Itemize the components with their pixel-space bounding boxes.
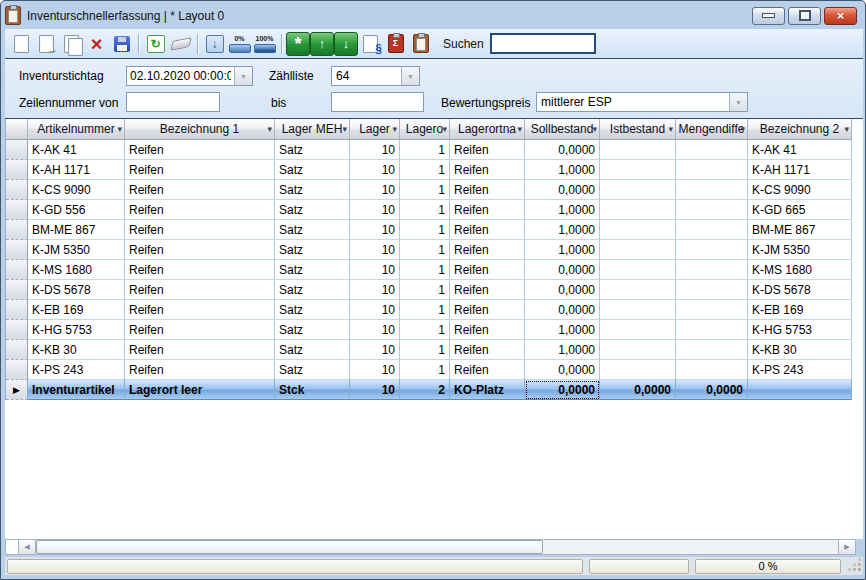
grid-cell[interactable] bbox=[600, 140, 676, 160]
column-header-bezeichnung-2[interactable]: Bezeichnung 2▾ bbox=[748, 119, 852, 140]
filter-arrow-icon[interactable]: ▾ bbox=[668, 124, 673, 134]
grid-cell[interactable] bbox=[676, 180, 748, 200]
row-gutter[interactable] bbox=[6, 260, 28, 280]
zeilennummer-bis-input[interactable] bbox=[332, 93, 423, 111]
grid-cell[interactable] bbox=[676, 280, 748, 300]
grid-cell[interactable]: 1,0000 bbox=[525, 200, 600, 220]
grid-cell[interactable]: Reifen bbox=[450, 360, 525, 380]
grid-cell[interactable]: Reifen bbox=[450, 320, 525, 340]
grid-cell[interactable]: Reifen bbox=[125, 300, 275, 320]
grid-cell[interactable]: Reifen bbox=[125, 280, 275, 300]
grid-cell[interactable]: Reifen bbox=[450, 160, 525, 180]
grid-cell[interactable] bbox=[600, 280, 676, 300]
grid-cell[interactable]: Satz bbox=[275, 180, 350, 200]
grid-cell[interactable]: K-EB 169 bbox=[28, 300, 125, 320]
grid-cell[interactable]: Satz bbox=[275, 200, 350, 220]
row-gutter[interactable] bbox=[6, 180, 28, 200]
column-header-mengendiffe[interactable]: Mengendiffe▾ bbox=[676, 119, 748, 140]
refresh-icon[interactable]: ↻ bbox=[143, 32, 168, 56]
filter-arrow-icon[interactable]: ▾ bbox=[592, 124, 597, 134]
grid-cell[interactable]: 10 bbox=[350, 160, 400, 180]
scroll-left-icon[interactable]: ◀ bbox=[19, 540, 36, 554]
grid-cell[interactable]: Reifen bbox=[125, 140, 275, 160]
grid-cell[interactable]: Satz bbox=[275, 160, 350, 180]
grid-cell[interactable]: 0,0000 bbox=[525, 260, 600, 280]
grid-row[interactable]: K-HG 5753ReifenSatz101Reifen1,0000K-HG 5… bbox=[6, 320, 852, 340]
sum-clipboard-icon[interactable]: Σ bbox=[383, 32, 408, 56]
column-header-lager[interactable]: Lager▾ bbox=[350, 119, 400, 140]
grid-cell[interactable]: 1 bbox=[400, 320, 450, 340]
grid-cell[interactable]: 1 bbox=[400, 300, 450, 320]
column-header-lager-meh[interactable]: Lager MEH▾ bbox=[275, 119, 350, 140]
grid-cell[interactable]: 0,0000 bbox=[600, 380, 676, 400]
grid-cell[interactable] bbox=[748, 380, 852, 400]
grid-cell[interactable]: Reifen bbox=[125, 360, 275, 380]
grid-cell[interactable]: KO-Platz bbox=[450, 380, 525, 400]
search-input[interactable] bbox=[490, 33, 596, 54]
grid-row[interactable]: K-EB 169ReifenSatz101Reifen0,0000K-EB 16… bbox=[6, 300, 852, 320]
grid-cell[interactable] bbox=[676, 160, 748, 180]
bewertungspreis-combo[interactable]: mittlerer ESP ▼ bbox=[536, 92, 748, 112]
grid-cell[interactable] bbox=[676, 260, 748, 280]
grid-cell[interactable]: K-MS 1680 bbox=[748, 260, 852, 280]
grid-cell[interactable]: Reifen bbox=[450, 220, 525, 240]
grid-cell[interactable]: 1 bbox=[400, 140, 450, 160]
grid-cell[interactable] bbox=[600, 340, 676, 360]
grid-row[interactable]: BM-ME 867ReifenSatz101Reifen1,0000BM-ME … bbox=[6, 220, 852, 240]
scroll-right-icon[interactable]: ▶ bbox=[838, 540, 855, 554]
protocol-icon[interactable]: § bbox=[358, 32, 383, 56]
column-header-artikelnummer[interactable]: Artikelnummer▾ bbox=[28, 119, 125, 140]
grid-cell[interactable] bbox=[676, 240, 748, 260]
scrollbar-thumb[interactable] bbox=[36, 540, 543, 554]
grid-cell[interactable] bbox=[676, 340, 748, 360]
grid-cell[interactable]: 1 bbox=[400, 220, 450, 240]
zeilennummer-von-field[interactable] bbox=[126, 92, 220, 112]
filter-arrow-icon[interactable]: ▾ bbox=[392, 124, 397, 134]
filter-arrow-icon[interactable]: ▾ bbox=[517, 124, 522, 134]
row-gutter[interactable] bbox=[6, 240, 28, 260]
grid-row[interactable]: K-CS 9090ReifenSatz101Reifen0,0000K-CS 9… bbox=[6, 180, 852, 200]
grid-cell[interactable]: 1 bbox=[400, 340, 450, 360]
zero-percent-icon[interactable]: 0% bbox=[227, 32, 252, 56]
grid-cell[interactable]: Reifen bbox=[450, 280, 525, 300]
grid-row[interactable]: K-MS 1680ReifenSatz101Reifen0,0000K-MS 1… bbox=[6, 260, 852, 280]
grid-cell[interactable]: Reifen bbox=[125, 260, 275, 280]
column-header-lagero[interactable]: Lagero▾ bbox=[400, 119, 450, 140]
grid-cell[interactable]: K-AK 41 bbox=[28, 140, 125, 160]
eraser-icon[interactable] bbox=[168, 32, 193, 56]
grid-cell[interactable]: Satz bbox=[275, 220, 350, 240]
grid-cell[interactable]: Reifen bbox=[125, 320, 275, 340]
row-gutter-header[interactable] bbox=[6, 119, 28, 140]
maximize-button[interactable] bbox=[788, 7, 821, 25]
grid-cell[interactable]: Reifen bbox=[125, 180, 275, 200]
grid-cell[interactable]: 10 bbox=[350, 220, 400, 240]
grid-cell[interactable]: K-DS 5678 bbox=[748, 280, 852, 300]
grid-cell[interactable]: Reifen bbox=[450, 340, 525, 360]
grid-cell[interactable]: K-GD 665 bbox=[748, 200, 852, 220]
grid-cell[interactable]: 10 bbox=[350, 280, 400, 300]
grid-cell[interactable]: K-MS 1680 bbox=[28, 260, 125, 280]
grid-cell[interactable]: K-AK 41 bbox=[748, 140, 852, 160]
grid-cell[interactable]: Reifen bbox=[450, 240, 525, 260]
grid-row[interactable]: K-DS 5678ReifenSatz101Reifen0,0000K-DS 5… bbox=[6, 280, 852, 300]
grid-cell[interactable]: Reifen bbox=[125, 160, 275, 180]
row-gutter[interactable] bbox=[6, 160, 28, 180]
row-gutter[interactable] bbox=[6, 140, 28, 160]
grid-cell[interactable]: Reifen bbox=[125, 220, 275, 240]
grid-cell[interactable] bbox=[600, 320, 676, 340]
column-header-bezeichnung-1[interactable]: Bezeichnung 1▾ bbox=[125, 119, 275, 140]
grid-cell[interactable]: 0,0000 bbox=[525, 380, 600, 400]
grid-cell[interactable]: 2 bbox=[400, 380, 450, 400]
row-gutter[interactable] bbox=[6, 200, 28, 220]
zaehlliste-dropdown-icon[interactable]: ▼ bbox=[401, 67, 419, 85]
grid-cell[interactable]: 1 bbox=[400, 260, 450, 280]
filter-arrow-icon[interactable]: ▾ bbox=[342, 124, 347, 134]
grid-cell[interactable]: Reifen bbox=[450, 260, 525, 280]
grid-cell[interactable]: Lagerort leer bbox=[125, 380, 275, 400]
grid-cell[interactable]: K-EB 169 bbox=[748, 300, 852, 320]
grid-cell[interactable]: Satz bbox=[275, 320, 350, 340]
grid-cell[interactable]: K-DS 5678 bbox=[28, 280, 125, 300]
stichtag-dropdown-icon[interactable]: ▼ bbox=[234, 67, 252, 85]
grid-cell[interactable]: K-JM 5350 bbox=[28, 240, 125, 260]
grid-cell[interactable] bbox=[600, 220, 676, 240]
